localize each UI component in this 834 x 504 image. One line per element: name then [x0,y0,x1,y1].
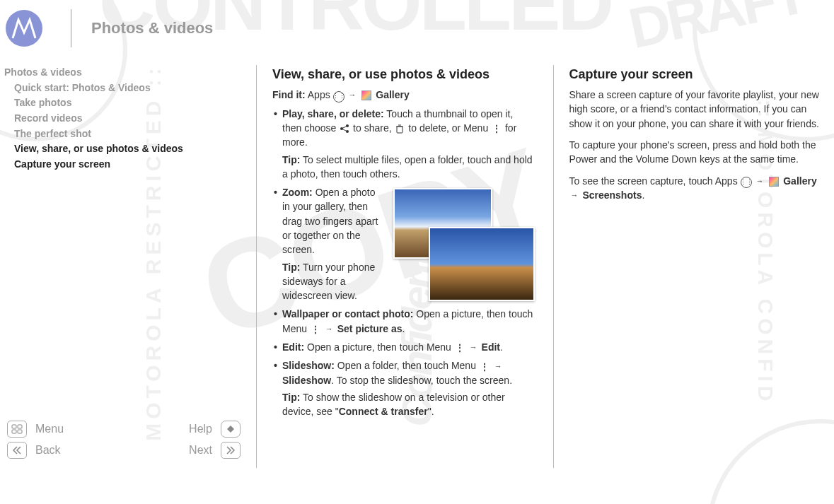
menu-dots-icon [479,361,490,373]
help-label[interactable]: Help [189,423,212,435]
bullet-play: Play, share, or delete: Touch a thumbnai… [272,107,535,181]
tip-label: Tip: [282,262,300,273]
toc-item[interactable]: Record videos [4,111,241,127]
arrow-icon: → [569,191,580,199]
arrow-icon: → [468,343,479,351]
back-label[interactable]: Back [35,444,61,457]
findit-label: Find it: [272,89,306,100]
findit-apps: Apps [308,89,330,100]
svg-rect-7 [397,127,402,133]
svg-rect-2 [12,430,16,433]
findit-gallery: Gallery [376,89,409,100]
gallery-icon [769,177,779,187]
arrow-icon: → [324,324,335,333]
back-icon[interactable] [7,442,27,459]
help-icon[interactable] [221,421,241,438]
slideshow-action: Slideshow [282,375,331,386]
trash-icon [394,123,405,134]
p3-gallery: Gallery [783,175,816,187]
menu-dots-icon [310,324,321,335]
svg-rect-3 [18,430,22,433]
column-divider [256,65,257,468]
slideshow-text2: To stop the slideshow, touch the screen. [337,375,512,386]
menu-dots-icon [491,123,502,134]
tip-label: Tip: [282,392,300,403]
toc-item-active[interactable]: View, share, or use photos & videos [4,141,241,157]
toc-item[interactable]: Take photos [4,95,241,111]
motorola-logo [6,10,42,47]
zoom-title: Zoom: [282,187,313,198]
col2-heading: Capture your screen [569,65,832,83]
column-divider [553,65,554,468]
bullet-slideshow: Slideshow: Open a folder, then touch Men… [272,358,535,418]
next-icon[interactable] [221,442,241,459]
arrow-icon: → [493,362,504,370]
page-header: Photos & videos [0,0,834,51]
next-label[interactable]: Next [189,444,212,457]
slideshow-title: Slideshow: [282,360,335,371]
p3a: To see the screen capture, touch Apps [569,175,738,187]
wallpaper-title: Wallpaper or contact photo: [282,308,413,320]
play-delete: to delete, or Menu [408,122,488,134]
content-column-1: View, share, or use photos & videos Find… [272,65,538,468]
tip-label: Tip: [282,154,300,165]
svg-rect-1 [18,425,22,428]
edit-text: Open a picture, then touch Menu [307,341,451,353]
page-title: Photos & videos [91,19,213,37]
arrow-icon: → [754,177,765,185]
apps-grid-icon: ⋮⋮ [741,177,752,188]
tip-link[interactable]: Connect & transfer [339,406,428,417]
menu-label[interactable]: Menu [35,423,64,435]
arrow-icon: → [347,90,357,99]
toc-section[interactable]: Photos & videos [4,65,241,81]
gallery-icon [361,90,371,100]
edit-action: Edit [482,341,500,353]
apps-grid-icon: ⋮⋮ [333,91,344,102]
bullet-edit: Edit: Open a picture, then touch Menu → … [272,340,535,354]
header-divider [71,9,71,47]
share-icon [339,123,350,134]
tip-text: To select multiple files, open a folder,… [282,154,533,180]
menu-dots-icon [454,342,465,353]
nav-buttons: Menu Help Back Next [4,418,241,468]
toc-item-active[interactable]: Capture your screen [4,157,241,172]
tip-text: ". [428,406,434,417]
wallpaper-action: Set picture as [337,323,402,334]
col2-p2: To capture your phone's screen, press an… [569,138,832,167]
bullet-zoom: Zoom: Open a photo in your gallery, then… [272,185,535,303]
col2-p1: Share a screen capture of your favorite … [569,88,832,131]
toc-item[interactable]: The perfect shot [4,127,241,142]
col2-p3: To see the screen capture, touch Apps ⋮⋮… [569,174,832,203]
slideshow-text: Open a folder, then touch Menu [337,360,476,371]
play-title: Play, share, or delete: [282,108,384,119]
bullet-wallpaper: Wallpaper or contact photo: Open a pictu… [272,307,535,336]
content-column-2: Capture your screen Share a screen captu… [569,65,835,468]
photo-preview [393,188,535,301]
menu-icon[interactable] [7,421,27,438]
col1-heading: View, share, or use photos & videos [272,65,535,83]
photo-thumbnail [429,227,535,301]
edit-title: Edit: [282,341,304,353]
table-of-contents: Photos & videos Quick start: Photos & Vi… [4,65,241,172]
svg-rect-0 [12,425,16,428]
find-it-line: Find it: Apps ⋮⋮ → Gallery [272,88,535,102]
play-share: to share, [353,122,391,134]
p3-screenshots: Screenshots [582,189,642,201]
toc-item[interactable]: Quick start: Photos & Videos [4,81,241,96]
